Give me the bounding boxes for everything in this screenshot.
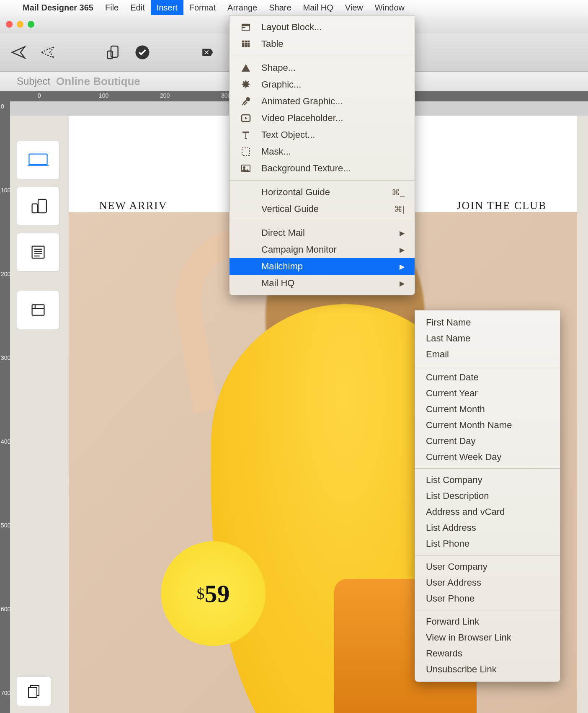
menu-item-layout-block[interactable]: Layout Block...: [230, 19, 415, 36]
submenu-item-last-name[interactable]: Last Name: [415, 331, 560, 346]
menu-edit[interactable]: Edit: [124, 0, 150, 15]
svg-rect-12: [242, 24, 250, 26]
menu-item-shape[interactable]: Shape...: [230, 59, 415, 76]
nav-link-new-arrivals[interactable]: NEW ARRIV: [99, 199, 168, 212]
menu-item-graphic[interactable]: Graphic...: [230, 76, 415, 93]
checkmark-circle-icon[interactable]: [133, 43, 152, 62]
mobile-preview-button[interactable]: [17, 187, 59, 225]
text-version-button[interactable]: [17, 233, 59, 271]
svg-rect-19: [248, 43, 250, 45]
close-window-button[interactable]: [6, 21, 13, 28]
submenu-item-user-phone[interactable]: User Phone: [415, 591, 560, 607]
send-icon[interactable]: [9, 43, 28, 62]
menu-insert[interactable]: Insert: [151, 0, 183, 15]
pages-button[interactable]: [17, 676, 51, 706]
menu-window[interactable]: Window: [369, 0, 410, 15]
submenu-item-list-address[interactable]: List Address: [415, 520, 560, 536]
mailchimp-submenu: First NameLast NameEmailCurrent DateCurr…: [415, 310, 560, 682]
menu-item-mailchimp[interactable]: Mailchimp▶: [230, 258, 415, 275]
ruler-tick: 0: [38, 92, 41, 99]
menu-item-label: Vertical Guide: [261, 204, 319, 214]
menu-item-animated-graphic[interactable]: Animated Graphic...: [230, 93, 415, 110]
submenu-item-list-phone[interactable]: List Phone: [415, 536, 560, 552]
price-currency: $: [197, 584, 205, 603]
zoom-window-button[interactable]: [28, 21, 34, 28]
submenu-item-current-month[interactable]: Current Month: [415, 401, 560, 417]
menu-item-mask[interactable]: Mask...: [230, 143, 415, 160]
mask-icon: [240, 145, 252, 158]
submenu-item-user-address[interactable]: User Address: [415, 575, 560, 591]
submenu-item-unsubscribe-link[interactable]: Unsubscribe Link: [415, 661, 560, 677]
svg-point-27: [243, 167, 245, 168]
menu-item-mail-hq[interactable]: Mail HQ▶: [230, 275, 415, 292]
submenu-item-current-week-day[interactable]: Current Week Day: [415, 449, 560, 465]
layout-preview-button[interactable]: [17, 291, 59, 329]
ruler-tick: 0: [1, 103, 4, 110]
text-icon: [240, 129, 252, 141]
devices-icon[interactable]: [104, 43, 122, 62]
menu-share[interactable]: Share: [263, 0, 297, 15]
tag-remove-icon[interactable]: ✕: [199, 43, 217, 62]
menu-format[interactable]: Format: [183, 0, 222, 15]
menu-item-background-texture[interactable]: Background Texture...: [230, 160, 415, 177]
menu-item-label: Mail HQ: [261, 278, 294, 289]
submenu-item-email[interactable]: Email: [415, 346, 560, 362]
minimize-window-button[interactable]: [17, 21, 23, 28]
submenu-arrow-icon: ▶: [400, 246, 405, 254]
menu-separator: [230, 56, 415, 56]
nav-link-join-club[interactable]: JOIN THE CLUB: [456, 199, 547, 212]
submenu-item-current-date[interactable]: Current Date: [415, 369, 560, 385]
submenu-item-current-year[interactable]: Current Year: [415, 385, 560, 401]
submenu-arrow-icon: ▶: [400, 279, 405, 287]
send-alt-icon[interactable]: [39, 43, 57, 62]
submenu-item-rewards[interactable]: Rewards: [415, 646, 560, 661]
submenu-item-first-name[interactable]: First Name: [415, 315, 560, 331]
svg-rect-8: [32, 305, 44, 315]
blank-icon: [240, 260, 252, 273]
menu-item-label: Graphic...: [261, 79, 301, 90]
menu-item-campaign-monitor[interactable]: Campaign Monitor▶: [230, 241, 415, 258]
submenu-item-address-and-vcard[interactable]: Address and vCard: [415, 504, 560, 520]
insert-menu-dropdown: Layout Block...TableShape...Graphic...An…: [229, 15, 415, 295]
price-badge[interactable]: $59: [161, 541, 266, 646]
submenu-item-list-company[interactable]: List Company: [415, 472, 560, 488]
submenu-item-current-month-name[interactable]: Current Month Name: [415, 417, 560, 433]
submenu-item-list-description[interactable]: List Description: [415, 488, 560, 504]
ruler-tick: 400: [1, 438, 10, 445]
desktop-preview-button[interactable]: [17, 141, 59, 179]
menu-item-label: Layout Block...: [261, 22, 322, 33]
vertical-ruler[interactable]: 0100200300400500600700: [0, 101, 10, 713]
svg-rect-10: [28, 687, 37, 698]
blank-icon: [240, 227, 252, 239]
menu-item-horizontal-guide[interactable]: Horizontal Guide⌘_: [230, 184, 415, 201]
app-name[interactable]: Mail Designer 365: [17, 3, 99, 13]
price-value: 59: [205, 579, 230, 608]
svg-rect-21: [245, 45, 247, 47]
blank-icon: [240, 277, 252, 289]
submenu-item-forward-link[interactable]: Forward Link: [415, 614, 560, 630]
submenu-item-view-in-browser-link[interactable]: View in Browser Link: [415, 630, 560, 646]
ruler-tick: 200: [1, 271, 10, 277]
menu-item-text-object[interactable]: Text Object...: [230, 127, 415, 143]
subject-label: Subject: [17, 75, 50, 87]
submenu-arrow-icon: ▶: [400, 229, 405, 237]
menu-arrange[interactable]: Arrange: [222, 0, 263, 15]
blank-icon: [240, 203, 252, 215]
svg-rect-22: [248, 45, 250, 47]
submenu-item-current-day[interactable]: Current Day: [415, 433, 560, 449]
menu-item-direct-mail[interactable]: Direct Mail▶: [230, 225, 415, 241]
submenu-item-user-company[interactable]: User Company: [415, 559, 560, 575]
svg-rect-15: [245, 41, 247, 43]
menu-item-label: Direct Mail: [261, 227, 305, 238]
menu-separator: [230, 180, 415, 181]
svg-rect-6: [32, 204, 38, 213]
menu-file[interactable]: File: [99, 0, 124, 15]
menu-view[interactable]: View: [339, 0, 369, 15]
menu-item-table[interactable]: Table: [230, 36, 415, 52]
menu-item-vertical-guide[interactable]: Vertical Guide⌘|: [230, 201, 415, 217]
menu-item-video-placeholder[interactable]: Video Placeholder...: [230, 110, 415, 127]
image-icon: [240, 162, 252, 175]
table-icon: [240, 38, 252, 50]
menu-mail-hq[interactable]: Mail HQ: [297, 0, 339, 15]
video-icon: [240, 112, 252, 124]
